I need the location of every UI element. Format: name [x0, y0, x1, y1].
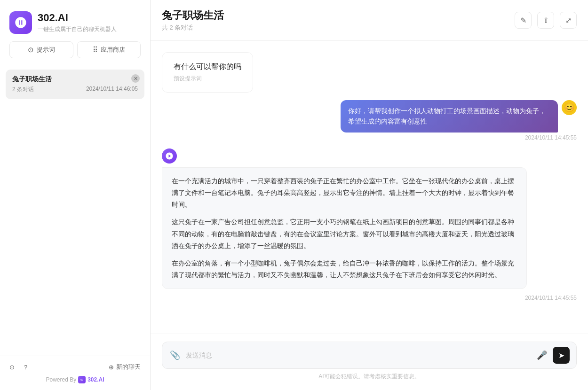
main-title: 兔子职场生活: [162, 8, 224, 23]
new-chat-icon: ⊕: [109, 364, 114, 371]
input-row: 📎 🎤 ➤: [162, 342, 577, 369]
powered-by-text: Powered By: [46, 376, 76, 383]
ai-message-time: 2024/10/11 14:45:55: [162, 295, 577, 301]
chat-time: 2024/10/11 14:46:05: [86, 86, 138, 94]
help-icon: ?: [24, 364, 27, 371]
sidebar-footer: ⊙ ? ⊕ 新的聊天 Powered By ∞ 302.AI: [0, 356, 150, 390]
new-chat-btn[interactable]: ⊕ 新的聊天: [109, 363, 141, 371]
main-header: 兔子职场生活 共 2 条对话 ✎ ⇧ ⤢: [151, 0, 588, 41]
chat-item-title: 兔子职场生活: [12, 75, 138, 84]
edit-btn[interactable]: ✎: [515, 12, 532, 29]
mic-btn[interactable]: 🎤: [536, 349, 548, 361]
edit-icon: ✎: [520, 16, 526, 25]
chat-item-meta: 2 条对话 2024/10/11 14:46:05: [12, 86, 138, 94]
header-actions: ✎ ⇧ ⤢: [515, 12, 577, 29]
welcome-hint: 预设提示词: [174, 75, 241, 83]
expand-icon: ⤢: [565, 16, 572, 25]
main-subtitle: 共 2 条对话: [162, 23, 224, 32]
logo-icon: [9, 11, 32, 34]
close-icon[interactable]: ✕: [131, 74, 140, 83]
chat-count: 2 条对话: [12, 86, 34, 94]
disclaimer: AI可能会犯错误。请考虑核实重要信息。: [162, 373, 577, 381]
app-store-icon: ⠿: [93, 46, 98, 54]
settings-btn[interactable]: ⊙: [9, 364, 15, 371]
send-btn[interactable]: ➤: [553, 347, 570, 364]
app-store-label: 应用商店: [101, 46, 125, 54]
mic-icon: 🎤: [537, 351, 547, 360]
chat-list: ✕ 兔子职场生活 2 条对话 2024/10/11 14:46:05: [0, 66, 150, 356]
ai-bubble: 在一个充满活力的城市中，一只穿着整齐西装的兔子正在繁忙的办公室中工作。它坐在一张…: [162, 167, 527, 289]
welcome-card: 有什么可以帮你的吗 预设提示词: [162, 52, 253, 93]
settings-icon: ⊙: [9, 364, 15, 371]
chat-item[interactable]: ✕ 兔子职场生活 2 条对话 2024/10/11 14:46:05: [6, 70, 144, 99]
powered-brand: 302.AI: [87, 376, 104, 383]
input-area: 📎 🎤 ➤ AI可能会犯错误。请考虑核实重要信息。: [151, 334, 588, 390]
prompt-icon: ⊙: [28, 46, 34, 54]
attach-btn[interactable]: 📎: [169, 349, 181, 361]
nav-buttons: ⊙ 提示词 ⠿ 应用商店: [0, 41, 150, 66]
user-message-time: 2024/10/11 14:45:55: [525, 134, 577, 141]
help-btn[interactable]: ?: [24, 364, 27, 371]
user-avatar: 😊: [562, 100, 577, 115]
prompt-label: 提示词: [37, 46, 55, 54]
ai-paragraph-3: 在办公室的角落，有一个小型咖啡机，兔子偶尔会走过去，给自己冲一杯浓香的咖啡，以保…: [172, 257, 517, 281]
chat-area: 有什么可以帮你的吗 预设提示词 你好，请帮我创作一个拟人动物打工的场景画面描述，…: [151, 41, 588, 334]
send-icon: ➤: [558, 351, 564, 360]
user-bubble: 你好，请帮我创作一个拟人动物打工的场景画面描述，动物为兔子，希望生成的内容富有创…: [341, 100, 558, 133]
share-btn[interactable]: ⇧: [537, 12, 554, 29]
ai-logo-icon: [165, 152, 174, 160]
user-message: 你好，请帮我创作一个拟人动物打工的场景画面描述，动物为兔子，希望生成的内容富有创…: [162, 100, 577, 141]
main-area: 兔子职场生活 共 2 条对话 ✎ ⇧ ⤢ 有什么可以帮你的吗 预设提示词 你好，…: [151, 0, 588, 390]
user-row: 你好，请帮我创作一个拟人动物打工的场景画面描述，动物为兔子，希望生成的内容富有创…: [266, 100, 577, 133]
ai-message: 在一个充满活力的城市中，一只穿着整齐西装的兔子正在繁忙的办公室中工作。它坐在一张…: [162, 148, 577, 302]
brand-subtitle: 一键生成属于自己的聊天机器人: [38, 25, 117, 33]
attach-icon: 📎: [170, 351, 180, 360]
powered-logo: ∞: [78, 376, 86, 383]
main-title-area: 兔子职场生活 共 2 条对话: [162, 8, 224, 32]
ai-avatar-icon: [162, 148, 177, 164]
footer-actions: ⊙ ? ⊕ 新的聊天: [9, 363, 141, 371]
ai-paragraph-1: 在一个充满活力的城市中，一只穿着整齐西装的兔子正在繁忙的办公室中工作。它坐在一张…: [172, 175, 517, 211]
chat-input[interactable]: [186, 351, 531, 359]
welcome-question: 有什么可以帮你的吗: [174, 62, 241, 72]
sidebar: 302.AI 一键生成属于自己的聊天机器人 ⊙ 提示词 ⠿ 应用商店 ✕ 兔子职…: [0, 0, 151, 390]
ai-paragraph-2: 这只兔子在一家广告公司担任创意总监，它正用一支小巧的钢笔在纸上勾画新项目的创意草…: [172, 216, 517, 252]
brand-info: 302.AI 一键生成属于自己的聊天机器人: [38, 12, 117, 33]
powered-by: Powered By ∞ 302.AI: [9, 376, 141, 383]
brand-name: 302.AI: [38, 12, 117, 24]
brand-icon: [14, 16, 27, 29]
expand-btn[interactable]: ⤢: [560, 12, 577, 29]
new-chat-label: 新的聊天: [116, 363, 141, 371]
share-icon: ⇧: [543, 16, 549, 25]
app-store-btn[interactable]: ⠿ 应用商店: [77, 41, 141, 58]
prompt-btn[interactable]: ⊙ 提示词: [9, 41, 73, 58]
sidebar-header: 302.AI 一键生成属于自己的聊天机器人: [0, 0, 150, 41]
